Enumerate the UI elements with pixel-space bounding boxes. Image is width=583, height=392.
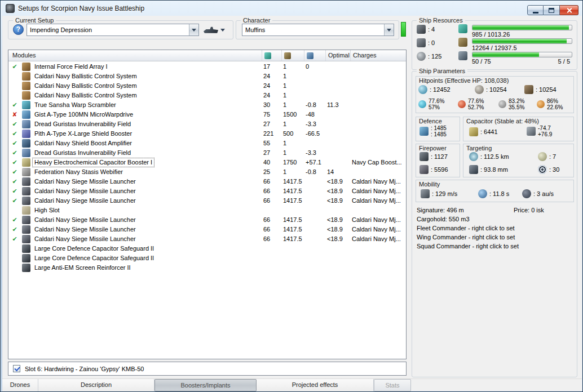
module-row[interactable]: ✔Pith A-Type X-Large Shield Booster22150… [8, 129, 406, 139]
hardwiring-label: Slot 6: Hardwiring - Zainou 'Gypsy' KMB-… [25, 366, 144, 372]
module-row[interactable]: Large Core Defence Capacitor Safeguard I… [8, 244, 406, 253]
module-row[interactable]: High Slot [8, 206, 406, 215]
hardwiring-checkbox[interactable] [13, 365, 20, 372]
module-optimal [326, 119, 351, 129]
help-button[interactable]: ? [13, 24, 24, 35]
tab-drones[interactable]: Drones [2, 379, 38, 391]
module-powergrid [282, 253, 304, 263]
cpu-column-header[interactable] [262, 50, 282, 61]
signature-text: Signature: 496 m [417, 207, 464, 213]
dropdown-arrow-icon[interactable] [189, 24, 198, 35]
dropdown-arrow-icon[interactable] [384, 24, 394, 35]
module-cpu: 66 [262, 177, 282, 186]
module-cpu: 40 [262, 158, 282, 167]
character-dropdown[interactable]: Muffins [242, 24, 394, 36]
cpu-icon [264, 52, 271, 59]
module-row[interactable]: Caldari Navy Ballistic Control System241 [8, 91, 406, 100]
ship-menu-button[interactable] [204, 24, 229, 35]
turret-hardpoints-value: : 4 [428, 26, 435, 33]
module-row[interactable]: ✔Caldari Navy Siege Missile Launcher6614… [8, 186, 406, 196]
module-powergrid: 1417.5 [282, 215, 304, 225]
module-row[interactable]: Caldari Navy Ballistic Control System241 [8, 81, 406, 91]
module-name: Large Anti-EM Screen Reinforcer II [32, 263, 262, 273]
module-row[interactable]: ✔Caldari Navy Siege Missile Launcher6614… [8, 225, 406, 234]
shield-recharge-icon [419, 127, 429, 136]
module-row[interactable]: ✔Caldari Navy Siege Missile Launcher6614… [8, 234, 406, 244]
targeting-label: Targeting [466, 145, 492, 152]
module-row[interactable]: ✔Caldari Navy Shield Boost Amplifier551 [8, 139, 406, 148]
max-velocity-value: : 129 m/s [432, 190, 457, 197]
tab-boosters-implants[interactable]: Boosters/Implants [154, 379, 257, 391]
module-row[interactable]: ✔Internal Force Field Array I1710 [8, 62, 406, 72]
ship-icon [204, 26, 218, 34]
module-row[interactable]: ✔Heavy Electrochemical Capacitor Booster… [8, 158, 406, 167]
module-optimal [326, 148, 351, 158]
maximize-button[interactable] [544, 5, 560, 15]
module-row[interactable]: ✔True Sansha Warp Scrambler301-0.811.3 [8, 100, 406, 110]
module-cpu: 27 [262, 148, 282, 158]
explosive-resist-stat: 86% 22.6% [537, 98, 563, 110]
module-row[interactable]: ✔Dread Guristas Invulnerability Field271… [8, 119, 406, 129]
module-row[interactable]: Caldari Navy Ballistic Control System241 [8, 72, 406, 81]
wing-commander-setter[interactable]: Wing Commander - right click to set [417, 234, 515, 240]
module-cap [304, 263, 326, 273]
module-row[interactable]: ✔Dread Guristas Invulnerability Field271… [8, 148, 406, 158]
module-row[interactable]: Large Anti-EM Screen Reinforcer II [8, 263, 406, 273]
capacitor-column-header[interactable] [304, 50, 326, 61]
ship-parameters-group: Ship Parameters Hitpoints (Effective HP:… [412, 71, 577, 377]
capacitor-box: Capacitor (Stable at: 48%) : 6441 -74.7 … [463, 117, 574, 141]
stasis-webifier-icon [22, 168, 30, 176]
module-optimal: <18.9 [326, 215, 351, 225]
minimize-button[interactable] [527, 5, 544, 15]
module-row[interactable]: ✔Caldari Navy Siege Missile Launcher6614… [8, 196, 406, 206]
module-name: Caldari Navy Siege Missile Launcher [32, 196, 262, 206]
character-label: Character [241, 17, 272, 24]
dps-icon [419, 152, 429, 161]
tab-stats[interactable]: Stats [374, 379, 411, 391]
capacitor-drain-value: -74.7 [538, 125, 552, 131]
fitted-ok-icon: ✔ [8, 196, 21, 206]
module-row[interactable]: Large Core Defence Capacitor Safeguard I… [8, 253, 406, 263]
ballistic-control-icon [22, 82, 30, 90]
status-empty [8, 91, 21, 100]
fitting-error-icon: ✘ [8, 110, 21, 119]
character-dropdown-value: Muffins [242, 26, 384, 33]
close-button[interactable] [560, 5, 578, 15]
powergrid-column-header[interactable] [282, 50, 304, 61]
tab-description[interactable]: Description [38, 379, 154, 391]
module-row[interactable]: ✘Gist A-Type 100MN MicroWarpdrive751500-… [8, 110, 406, 119]
module-cpu [262, 244, 282, 253]
module-cap [304, 139, 326, 148]
module-optimal [326, 110, 351, 119]
charges-column-header[interactable]: Charges [351, 50, 406, 61]
module-optimal: 14 [326, 167, 351, 177]
max-locked-targets-icon [538, 152, 547, 161]
fleet-commander-setter[interactable]: Fleet Commander - right click to set [417, 225, 515, 231]
em-resist-stat: 77.6% 57% [418, 98, 444, 110]
module-row[interactable]: ✔Federation Navy Stasis Webifier251-0.81… [8, 167, 406, 177]
volley-value: : 5596 [431, 166, 448, 173]
dronebay-bar [472, 52, 572, 57]
module-charges [351, 148, 406, 158]
tab-projected-effects[interactable]: Projected effects [257, 379, 374, 391]
optimal-column-header[interactable]: Optimal [326, 50, 351, 61]
module-cap: -0.8 [304, 100, 326, 110]
shield-booster-icon [22, 130, 30, 138]
module-cpu: 25 [262, 167, 282, 177]
module-row[interactable]: ✔Caldari Navy Siege Missile Launcher6614… [8, 215, 406, 225]
status-empty [8, 244, 21, 253]
module-row[interactable]: ✔Caldari Navy Siege Missile Launcher6614… [8, 177, 406, 186]
module-powergrid: 1417.5 [282, 177, 304, 186]
titlebar[interactable]: Setups for Scorpion Navy Issue Battleshi… [1, 1, 582, 16]
turret-hardpoints-stat: : 4 [417, 25, 435, 34]
armor-explosive-resist: 22.6% [547, 104, 563, 110]
targeting-range-icon [469, 152, 478, 161]
module-powergrid: 1417.5 [282, 186, 304, 196]
module-powergrid: 1750 [282, 158, 304, 167]
module-powergrid: 1500 [282, 110, 304, 119]
squad-commander-setter[interactable]: Squad Commander - right click to set [417, 243, 519, 250]
hitpoints-label: Hitpoints (Effective HP: 108,038) [419, 77, 509, 84]
module-name: Federation Navy Stasis Webifier [32, 167, 262, 177]
bottom-tab-bar: Drones Description Boosters/Implants Pro… [2, 378, 582, 391]
setup-dropdown[interactable]: Impending Depression [26, 24, 199, 36]
